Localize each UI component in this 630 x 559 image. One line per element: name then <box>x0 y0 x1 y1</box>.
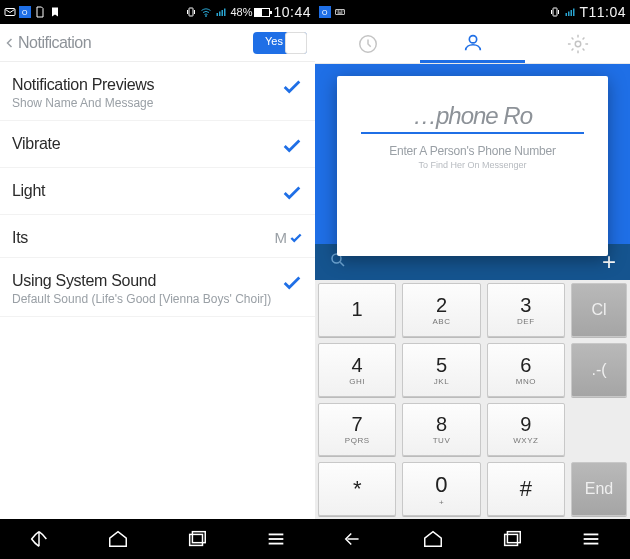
add-contact-button[interactable]: Add A Contact <box>337 210 608 234</box>
nav-recent-button[interactable] <box>185 528 209 550</box>
key-1[interactable]: 1 <box>318 283 396 337</box>
svg-rect-25 <box>568 12 570 17</box>
checkbox-icon[interactable] <box>281 76 303 98</box>
vibrate-icon <box>185 6 197 18</box>
key-4[interactable]: 4GHI <box>318 343 396 397</box>
nav-menu-button[interactable] <box>579 528 603 550</box>
back-button[interactable]: Notification <box>4 34 91 52</box>
setting-light[interactable]: Light <box>0 168 315 215</box>
svg-text:O: O <box>322 9 328 16</box>
svg-rect-34 <box>583 534 598 536</box>
vibrate-icon <box>549 6 561 18</box>
add-contact-screen: …phone Ro Enter A Person's Phone Number … <box>315 24 630 519</box>
android-navbar-right <box>315 519 630 559</box>
checkbox-icon[interactable] <box>281 135 303 157</box>
key-2[interactable]: 2ABC <box>402 283 480 337</box>
key-7[interactable]: 7PQRS <box>318 403 396 457</box>
key-3[interactable]: 3DEF <box>487 283 565 337</box>
svg-rect-12 <box>268 538 283 540</box>
key-clear[interactable]: Cl <box>571 283 627 337</box>
dial-keypad: 1 2ABC 3DEF Cl 4GHI 5JKL 6MNO .-( 7PQRS … <box>315 280 630 519</box>
nav-menu-button[interactable] <box>264 528 288 550</box>
tab-contacts[interactable] <box>420 24 525 63</box>
setting-title: Notification Previews <box>12 76 281 94</box>
outlook-icon: O <box>19 6 31 18</box>
key-end[interactable]: End <box>571 462 627 516</box>
status-bar-right: O T11:04 <box>315 0 630 24</box>
tab-bar <box>315 24 630 64</box>
svg-rect-19 <box>340 11 341 12</box>
key-8[interactable]: 8TUV <box>402 403 480 457</box>
svg-rect-9 <box>190 534 203 545</box>
key-5[interactable]: 5JKL <box>402 343 480 397</box>
nav-back-button[interactable] <box>27 528 51 550</box>
svg-point-4 <box>206 16 207 17</box>
bookmark-icon <box>49 6 61 18</box>
svg-rect-13 <box>268 543 283 545</box>
svg-rect-20 <box>341 11 342 12</box>
setting-title: Vibrate <box>12 135 281 153</box>
phone-input[interactable]: …phone Ro <box>361 102 584 134</box>
nav-home-button[interactable] <box>106 528 130 550</box>
doc-icon <box>34 6 46 18</box>
key-0[interactable]: 0+ <box>402 462 480 516</box>
svg-point-30 <box>575 41 581 47</box>
right-phone: O T11:04 …phone Ro Enter A Person's Phon… <box>315 0 630 559</box>
toggle-label: Yes <box>265 35 283 47</box>
signal-icon <box>215 6 227 18</box>
checkbox-icon[interactable] <box>281 272 303 294</box>
key-hash[interactable]: # <box>487 462 565 516</box>
svg-rect-22 <box>338 13 343 14</box>
setting-title: Using System Sound <box>12 272 281 290</box>
key-star[interactable]: * <box>318 462 396 516</box>
setting-title: Its <box>12 229 275 247</box>
wifi-icon <box>200 6 212 18</box>
settings-screen: Notification Yes Notification Previews S… <box>0 24 315 519</box>
svg-rect-7 <box>222 10 224 16</box>
key-9[interactable]: 9WXYZ <box>487 403 565 457</box>
svg-text:O: O <box>22 9 28 16</box>
setting-notification-previews[interactable]: Notification Previews Show Name And Mess… <box>0 62 315 121</box>
svg-rect-16 <box>336 10 345 15</box>
checkbox-icon[interactable] <box>289 231 303 245</box>
hint-primary: Enter A Person's Phone Number <box>361 144 584 158</box>
tab-settings[interactable] <box>525 24 630 63</box>
setting-system-sound[interactable]: Using System Sound Default Sound (Life's… <box>0 258 315 317</box>
battery-indicator: 48% <box>230 6 270 18</box>
svg-rect-10 <box>192 532 205 543</box>
svg-rect-33 <box>507 532 520 543</box>
svg-point-29 <box>469 36 476 43</box>
svg-rect-18 <box>338 11 339 12</box>
svg-rect-5 <box>217 13 219 16</box>
setting-title: Light <box>12 182 281 200</box>
setting-badge: M <box>275 229 288 246</box>
setting-its[interactable]: Its M <box>0 215 315 258</box>
svg-rect-3 <box>189 8 193 16</box>
mail-icon <box>4 6 16 18</box>
setting-vibrate[interactable]: Vibrate <box>0 121 315 168</box>
svg-rect-21 <box>343 11 344 12</box>
svg-rect-8 <box>224 9 226 17</box>
hint-secondary: To Find Her On Messenger <box>361 160 584 170</box>
nav-recent-button[interactable] <box>500 528 524 550</box>
svg-rect-6 <box>219 12 221 17</box>
android-navbar-left <box>0 519 315 559</box>
svg-rect-36 <box>583 543 598 545</box>
svg-rect-23 <box>553 8 557 16</box>
tab-recent[interactable] <box>315 24 420 63</box>
checkbox-icon[interactable] <box>281 182 303 204</box>
settings-header: Notification Yes <box>0 24 315 62</box>
keyboard-icon <box>334 6 346 18</box>
key-6[interactable]: 6MNO <box>487 343 565 397</box>
notifications-toggle[interactable]: Yes <box>253 32 307 54</box>
clock: 10:44 <box>273 4 311 20</box>
key-symbols[interactable]: .-( <box>571 343 627 397</box>
left-phone: O 48% 10:44 Notification <box>0 0 315 559</box>
setting-sub: Default Sound (Life's Good [Vienna Boys'… <box>12 292 281 306</box>
signal-icon <box>564 6 576 18</box>
setting-sub: Show Name And Message <box>12 96 281 110</box>
clock: T11:04 <box>579 4 626 20</box>
nav-home-button[interactable] <box>421 528 445 550</box>
svg-rect-17 <box>337 11 338 12</box>
nav-back-button[interactable] <box>342 528 366 550</box>
